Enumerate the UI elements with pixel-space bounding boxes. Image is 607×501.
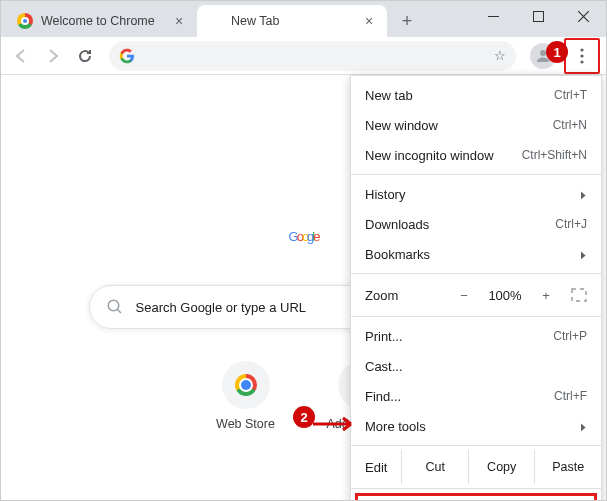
new-tab-button[interactable]: + [393,7,421,35]
menu-settings-highlight: Settings [355,493,597,501]
submenu-arrow-icon: ▶ [581,189,586,200]
address-input[interactable] [143,48,486,64]
edit-paste[interactable]: Paste [534,450,601,484]
menu-separator [351,316,601,317]
menu-button[interactable] [568,42,596,70]
blank-favicon-icon [207,13,223,29]
edit-cut[interactable]: Cut [401,450,468,484]
svg-rect-7 [572,289,586,301]
svg-rect-0 [488,16,499,17]
svg-point-5 [580,60,583,63]
edit-copy[interactable]: Copy [468,450,535,484]
toolbar: ☆ [1,37,606,75]
maximize-button[interactable] [516,1,561,31]
tab-strip: Welcome to Chrome × New Tab × + [1,5,421,37]
search-icon [106,298,124,316]
menu-edit-row: Edit Cut Copy Paste [351,450,601,484]
tab-close-icon[interactable]: × [171,13,187,29]
menu-separator [351,174,601,175]
shortcut-webstore[interactable]: Web Store [201,361,291,431]
menu-separator [351,273,601,274]
menu-new-window[interactable]: New windowCtrl+N [351,110,601,140]
zoom-in-button[interactable]: + [535,288,557,303]
tab-newtab[interactable]: New Tab × [197,5,387,37]
address-bar[interactable]: ☆ [109,41,516,71]
svg-point-6 [108,300,119,311]
annotation-callout-1: 1 [546,41,568,63]
minimize-button[interactable] [471,1,516,31]
svg-point-4 [580,54,583,57]
svg-rect-1 [534,11,544,21]
window-controls [471,1,606,31]
menu-settings[interactable]: Settings [358,496,594,501]
tab-title: New Tab [231,14,353,28]
menu-print[interactable]: Print...Ctrl+P [351,321,601,351]
menu-cast[interactable]: Cast... [351,351,601,381]
menu-button-highlight [564,38,600,74]
menu-find[interactable]: Find...Ctrl+F [351,381,601,411]
menu-more-tools[interactable]: More tools▶ [351,411,601,441]
menu-history[interactable]: History▶ [351,179,601,209]
chrome-menu: New tabCtrl+T New windowCtrl+N New incog… [350,75,602,501]
bookmark-star-icon[interactable]: ☆ [494,48,506,63]
zoom-out-button[interactable]: − [453,288,475,303]
shortcut-label: Web Store [216,417,275,431]
svg-point-3 [580,48,583,51]
reload-button[interactable] [71,42,99,70]
menu-new-incognito[interactable]: New incognito windowCtrl+Shift+N [351,140,601,170]
menu-downloads[interactable]: DownloadsCtrl+J [351,209,601,239]
titlebar: Welcome to Chrome × New Tab × + [1,1,606,37]
tab-title: Welcome to Chrome [41,14,163,28]
close-window-button[interactable] [561,1,606,31]
google-g-icon [119,48,135,64]
menu-new-tab[interactable]: New tabCtrl+T [351,80,601,110]
forward-button[interactable] [39,42,67,70]
tab-welcome[interactable]: Welcome to Chrome × [7,5,197,37]
chrome-favicon-icon [17,13,33,29]
fullscreen-icon[interactable] [571,288,587,302]
back-button[interactable] [7,42,35,70]
menu-separator [351,445,601,446]
webstore-icon [222,361,270,409]
submenu-arrow-icon: ▶ [581,249,586,260]
search-placeholder: Search Google or type a URL [136,300,307,315]
zoom-value: 100% [483,288,527,303]
menu-separator [351,488,601,489]
menu-zoom-row: Zoom − 100% + [351,278,601,312]
menu-bookmarks[interactable]: Bookmarks▶ [351,239,601,269]
tab-close-icon[interactable]: × [361,13,377,29]
annotation-arrow-icon [311,415,361,433]
submenu-arrow-icon: ▶ [581,421,586,432]
